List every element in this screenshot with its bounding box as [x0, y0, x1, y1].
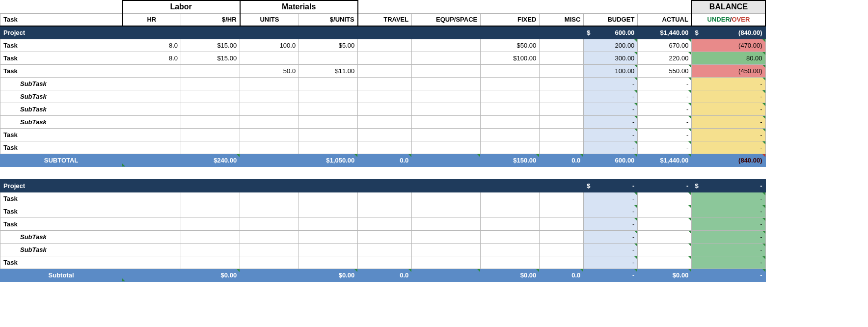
cell-equp[interactable] — [412, 103, 481, 115]
row-label[interactable]: SubTask — [0, 90, 122, 103]
cell-equp[interactable] — [412, 256, 481, 269]
cell-travel[interactable] — [358, 243, 412, 256]
row-label[interactable]: SubTask — [0, 243, 122, 256]
cell-balance[interactable]: - — [692, 218, 765, 230]
cell-fixed[interactable]: $50.00 — [481, 39, 540, 52]
cell-dunits[interactable] — [299, 192, 358, 205]
cell-hr[interactable] — [122, 90, 181, 103]
cell-dhr[interactable] — [181, 205, 240, 218]
cell-fixed[interactable]: $100.00 — [481, 52, 540, 64]
cell-hr[interactable]: 8.0 — [122, 39, 181, 52]
cell-misc[interactable] — [540, 243, 584, 256]
cell-actual[interactable]: 670.00 — [638, 39, 692, 52]
cell-budget[interactable]: - — [584, 115, 638, 128]
cell-travel[interactable] — [358, 64, 412, 77]
cell-hr[interactable] — [122, 243, 181, 256]
cell-travel[interactable] — [358, 205, 412, 218]
cell-actual[interactable]: 220.00 — [638, 52, 692, 64]
row-label[interactable]: Task — [0, 256, 122, 269]
cell-budget[interactable]: - — [584, 141, 638, 154]
cell-dhr[interactable]: $15.00 — [181, 39, 240, 52]
cell-dunits[interactable] — [299, 77, 358, 90]
cell-units[interactable] — [240, 141, 299, 154]
cell-actual[interactable]: - — [638, 90, 692, 103]
row-label[interactable]: Task — [0, 52, 122, 64]
cell-budget[interactable]: 300.00 — [584, 52, 638, 64]
cell-fixed[interactable] — [481, 243, 540, 256]
cell-equp[interactable] — [412, 243, 481, 256]
cell-budget[interactable]: - — [584, 218, 638, 230]
cell-budget[interactable]: - — [584, 243, 638, 256]
cell-units[interactable] — [240, 103, 299, 115]
project-budget[interactable]: $600.00 — [584, 26, 638, 39]
cell-travel[interactable] — [358, 52, 412, 64]
row-label[interactable]: Task — [0, 192, 122, 205]
cell-hr[interactable] — [122, 230, 181, 243]
project-actual[interactable]: - — [638, 179, 692, 192]
cell-hr[interactable] — [122, 256, 181, 269]
cell-travel[interactable] — [358, 192, 412, 205]
cell-actual[interactable] — [638, 243, 692, 256]
cell-dhr[interactable]: $15.00 — [181, 52, 240, 64]
cell-balance[interactable]: (470.00) — [692, 39, 765, 52]
cell-units[interactable] — [240, 218, 299, 230]
cell-fixed[interactable] — [481, 128, 540, 141]
cell-actual[interactable] — [638, 205, 692, 218]
cell-misc[interactable] — [540, 90, 584, 103]
cell-travel[interactable] — [358, 77, 412, 90]
cell-units[interactable] — [240, 192, 299, 205]
cell-fixed[interactable] — [481, 256, 540, 269]
cell-misc[interactable] — [540, 103, 584, 115]
cell-dunits[interactable] — [299, 128, 358, 141]
cell-budget[interactable]: - — [584, 192, 638, 205]
cell-budget[interactable]: - — [584, 256, 638, 269]
cell-hr[interactable] — [122, 218, 181, 230]
cell-balance[interactable]: - — [692, 243, 765, 256]
cell-fixed[interactable] — [481, 218, 540, 230]
row-label[interactable]: Task — [0, 128, 122, 141]
cell-units[interactable] — [240, 230, 299, 243]
cell-dhr[interactable] — [181, 115, 240, 128]
cell-balance[interactable]: - — [692, 230, 765, 243]
cell-actual[interactable]: - — [638, 128, 692, 141]
cell-actual[interactable] — [638, 230, 692, 243]
cell-equp[interactable] — [412, 128, 481, 141]
cell-equp[interactable] — [412, 192, 481, 205]
cell-travel[interactable] — [358, 218, 412, 230]
cell-misc[interactable] — [540, 39, 584, 52]
cell-dunits[interactable]: $11.00 — [299, 64, 358, 77]
project-label[interactable]: Project — [0, 179, 122, 192]
cell-dunits[interactable] — [299, 103, 358, 115]
cell-actual[interactable] — [638, 256, 692, 269]
cell-misc[interactable] — [540, 52, 584, 64]
cell-balance[interactable]: - — [692, 192, 765, 205]
cell-dhr[interactable] — [181, 218, 240, 230]
cell-dunits[interactable] — [299, 90, 358, 103]
cell-misc[interactable] — [540, 218, 584, 230]
cell-dunits[interactable] — [299, 52, 358, 64]
cell-actual[interactable]: - — [638, 103, 692, 115]
cell-balance[interactable]: - — [692, 90, 765, 103]
cell-balance[interactable]: - — [692, 141, 765, 154]
cell-travel[interactable] — [358, 90, 412, 103]
cell-hr[interactable]: 8.0 — [122, 52, 181, 64]
cell-budget[interactable]: - — [584, 205, 638, 218]
cell-budget[interactable]: 200.00 — [584, 39, 638, 52]
cell-budget[interactable]: - — [584, 230, 638, 243]
cell-balance[interactable]: - — [692, 256, 765, 269]
cell-equp[interactable] — [412, 230, 481, 243]
cell-travel[interactable] — [358, 115, 412, 128]
cell-travel[interactable] — [358, 256, 412, 269]
cell-dhr[interactable] — [181, 192, 240, 205]
cell-misc[interactable] — [540, 230, 584, 243]
cell-fixed[interactable] — [481, 205, 540, 218]
cell-dhr[interactable] — [181, 64, 240, 77]
cell-units[interactable] — [240, 90, 299, 103]
cell-hr[interactable] — [122, 128, 181, 141]
project-label[interactable]: Project — [0, 26, 122, 39]
cell-travel[interactable] — [358, 128, 412, 141]
cell-dunits[interactable] — [299, 243, 358, 256]
cell-dhr[interactable] — [181, 128, 240, 141]
project-actual[interactable]: $1,440.00 — [638, 26, 692, 39]
cell-misc[interactable] — [540, 205, 584, 218]
